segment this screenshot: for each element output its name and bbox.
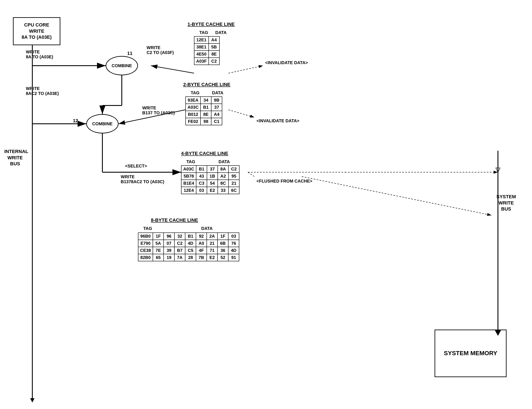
- cache4-data-header: DATA: [200, 159, 248, 164]
- cache8-title: 8-BYTE CACHE LINE: [151, 218, 198, 223]
- invalidate1-label: <INVALIDATE DATA>: [265, 60, 308, 65]
- table-row: 12E403E2336C: [181, 187, 239, 194]
- system-write-bus-label: SYSTEMWRITEBUS: [493, 194, 519, 212]
- cache4-table: A03CB1378AC2 5B78431BA295 B1E4C3548C21 1…: [181, 165, 239, 194]
- combine1-number: 11: [127, 51, 132, 56]
- system-memory-label: SYSTEM MEMORY: [444, 349, 497, 357]
- table-row: A03FC2: [194, 58, 219, 65]
- cache8-table: 96B01F9632B1922A1F03 E7905A07C24DA0216B7…: [138, 233, 239, 261]
- combine1-oval: COMBINE: [106, 56, 138, 75]
- table-row: A03CB1378AC2: [181, 165, 239, 173]
- invalidate2-label: <INVALIDATE DATA>: [256, 118, 299, 123]
- table-row: 38E15B: [194, 44, 219, 51]
- write1-label: WRITE 8A TO (A03E): [26, 49, 53, 59]
- write3-label: WRITE 8AC2 TO (A03E): [26, 86, 59, 96]
- write4-label: WRITE B137 TO (A03C): [142, 106, 175, 115]
- combine1-label: COMBINE: [112, 63, 132, 68]
- table-row: 96B01F9632B1922A1F03: [138, 233, 239, 240]
- cache4-title: 4-BYTE CACHE LINE: [181, 151, 228, 156]
- table-row: 5B78431BA295: [181, 173, 239, 180]
- write5-label: WRITE B1378AC2 TO (A03C): [121, 174, 164, 184]
- cache1-title: 1-BYTE CACHE LINE: [188, 21, 235, 27]
- table-row: 82B065197A287BE25291: [138, 254, 239, 261]
- internal-write-bus-label: INTERNALWRITE BUS: [4, 148, 26, 167]
- table-row: 4E508E: [194, 51, 219, 58]
- table-row: 12E1A4: [194, 36, 219, 44]
- table-row: A03CB137: [186, 104, 222, 111]
- cache2-table: 93EA349B A03CB137 B0128EA4 FE0298C1: [185, 96, 222, 125]
- table-row: B1E4C3548C21: [181, 180, 239, 187]
- cache2-tag-header: TAG: [185, 91, 205, 95]
- table-row: B0128EA4: [186, 111, 222, 118]
- svg-line-10: [228, 66, 263, 73]
- cache8-tag-header: TAG: [138, 226, 157, 231]
- table-row: FE0298C1: [186, 118, 222, 125]
- svg-line-18: [302, 176, 492, 215]
- write2-label: WRITE C2 TO (A03F): [147, 45, 174, 55]
- cache2-title: 2-BYTE CACHE LINE: [183, 82, 230, 87]
- flushed-label: <FLUSHED FROM CACHE>: [256, 179, 312, 184]
- select-label: <SELECT>: [125, 164, 147, 169]
- svg-line-17: [248, 172, 254, 176]
- table-row: 93EA349B: [186, 97, 222, 104]
- combine2-label: COMBINE: [92, 121, 113, 126]
- table-row: E7905A07C24DA0216B76: [138, 240, 239, 247]
- cpu-core-box: CPU CORE WRITE 8A TO (A03E): [13, 17, 60, 45]
- combine2-oval: COMBINE: [86, 114, 119, 134]
- cache4-tag-header: TAG: [181, 159, 200, 164]
- system-memory-box: SYSTEM MEMORY: [435, 330, 507, 377]
- cpu-core-label: CPU CORE: [24, 22, 49, 28]
- cpu-write-label: WRITE: [29, 28, 44, 35]
- table-row: CE387E39B7C54F71364D: [138, 247, 239, 254]
- svg-marker-4: [30, 398, 35, 402]
- cache1-table: 12E1A4 38E15B 4E508E A03FC2: [194, 36, 220, 65]
- cache1-data-header: DATA: [213, 30, 228, 35]
- svg-marker-23: [496, 168, 500, 172]
- cache1-tag-header: TAG: [194, 30, 213, 35]
- svg-line-12: [228, 110, 254, 117]
- svg-line-9: [151, 66, 194, 73]
- cache8-data-header: DATA: [157, 226, 256, 231]
- combine2-number: 12: [73, 118, 78, 124]
- cache2-data-header: DATA: [205, 91, 231, 95]
- cpu-addr-label: 8A TO (A03E): [21, 34, 51, 40]
